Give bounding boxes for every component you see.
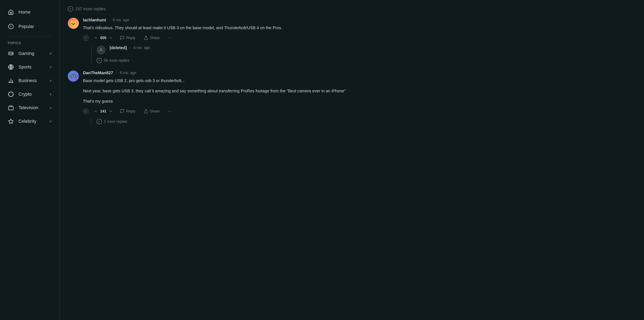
comment-text-dan-1: Base model gets USB 2, pro gets usb 3 or…: [83, 77, 355, 104]
nested-more-replies-deleted[interactable]: + 56 more replies: [96, 58, 355, 63]
television-label: Television: [18, 105, 45, 110]
comment-para-1: Base model gets USB 2, pro gets usb 3 or…: [83, 77, 355, 84]
comment-dantheman827-actions: 141 Reply: [83, 108, 355, 115]
svg-line-22: [12, 92, 13, 93]
home-icon: [8, 9, 14, 16]
nested-more-replies-text-deleted: 56 more replies: [104, 58, 130, 63]
comment-lachlanhunt-content: lachlanhunt · 6 mo. ago That's ridiculou…: [83, 18, 355, 63]
dan-more-replies-text: 2 more replies: [104, 119, 127, 124]
svg-point-7: [12, 54, 12, 54]
deleted-comment-meta: [deleted] · 6 mo. ago: [110, 46, 355, 50]
svg-marker-24: [8, 119, 13, 123]
comment-author-dantheman827[interactable]: DanTheMan827: [83, 71, 113, 75]
share-icon-lachlanhunt: [144, 36, 148, 40]
comment-para-3: That's my guess: [83, 98, 355, 104]
vote-section-lachlanhunt: 605: [93, 35, 114, 41]
sidebar-home-label: Home: [18, 10, 30, 15]
reply-label-dantheman827: Reply: [126, 109, 136, 113]
sidebar-item-business[interactable]: Business ∨: [0, 74, 59, 87]
reply-button-lachlanhunt[interactable]: Reply: [118, 34, 138, 41]
comment-dantheman827-meta: DanTheMan827 · 6 mo. ago: [83, 71, 355, 75]
share-label-lachlanhunt: Share: [150, 36, 160, 40]
celebrity-chevron: ∨: [49, 119, 52, 124]
television-icon: [8, 104, 14, 111]
comment-time-lachlanhunt: 6 mo. ago: [113, 18, 129, 22]
comment-text-lachlanhunt: That's ridiculous. They should at least …: [83, 25, 355, 31]
crypto-chevron: ∨: [49, 92, 52, 96]
crypto-icon: [8, 91, 14, 98]
svg-line-21: [9, 96, 10, 96]
downvote-dantheman827[interactable]: [108, 108, 114, 114]
comment-dantheman827: 🎮 DanTheMan827 · 6 mo. ago Base model ge…: [68, 71, 355, 124]
comment-lachlanhunt-actions: 605 Reply: [83, 34, 355, 41]
deleted-comment-content: [deleted] · 6 mo. ago: [110, 46, 355, 55]
dan-more-replies[interactable]: + 2 more replies: [96, 119, 355, 124]
comments-area: + 157 more replies 🐱 lachlanhunt · 6 mo.…: [68, 0, 355, 136]
sidebar-item-home[interactable]: Home: [0, 5, 59, 19]
comment-dot-2: ·: [116, 71, 117, 75]
reply-icon-lachlanhunt: [120, 36, 124, 40]
sidebar-item-crypto[interactable]: Crypto ∨: [0, 87, 59, 101]
share-icon-dantheman827: [144, 109, 148, 113]
nested-more-replies-circle-deleted: +: [96, 58, 102, 63]
comment-lachlanhunt: 🐱 lachlanhunt · 6 mo. ago That's ridicul…: [68, 18, 355, 63]
sports-chevron: ∨: [49, 65, 52, 69]
sports-label: Sports: [18, 64, 45, 70]
sidebar-item-television[interactable]: Television ∨: [0, 101, 59, 114]
top-more-replies-text: 157 more replies: [75, 7, 106, 11]
deleted-comment-block: [deleted] · 6 mo. ago: [96, 46, 355, 55]
downvote-lachlanhunt[interactable]: [108, 35, 114, 41]
sidebar-item-gaming[interactable]: Gaming ∨: [0, 47, 59, 60]
sports-icon: [8, 64, 14, 71]
collapse-button-lachlanhunt[interactable]: [83, 35, 89, 41]
share-button-lachlanhunt[interactable]: Share: [142, 34, 162, 41]
comment-dot-1: ·: [109, 18, 110, 22]
avatar-lachlanhunt: 🐱: [68, 18, 79, 29]
svg-rect-23: [8, 106, 13, 110]
comment-time-deleted: 6 mo. ago: [134, 46, 150, 50]
sidebar-popular-label: Popular: [18, 24, 34, 29]
business-label: Business: [18, 78, 45, 83]
more-options-lachlanhunt[interactable]: ···: [166, 34, 173, 41]
upvote-lachlanhunt[interactable]: [93, 35, 98, 41]
sidebar-item-sports[interactable]: Sports ∨: [0, 60, 59, 74]
more-options-dantheman827[interactable]: ···: [166, 108, 173, 115]
comment-author-lachlanhunt[interactable]: lachlanhunt: [83, 18, 106, 23]
comment-dot-deleted: ·: [130, 46, 130, 50]
comment-dantheman827-content: DanTheMan827 · 6 mo. ago Base model gets…: [83, 71, 355, 124]
svg-line-17: [9, 92, 10, 93]
reply-label-lachlanhunt: Reply: [126, 36, 136, 40]
vote-count-lachlanhunt: 605: [100, 36, 106, 40]
topics-section-label: TOPICS: [0, 39, 59, 47]
television-chevron: ∨: [49, 105, 52, 110]
comment-time-dantheman827: 6 mo. ago: [120, 71, 136, 75]
gaming-label: Gaming: [18, 51, 45, 56]
avatar-deleted: [96, 46, 106, 55]
collapse-button-dantheman827[interactable]: [83, 108, 89, 114]
comment-para-2: Next year, base gets USB 3, they call it…: [83, 88, 355, 94]
celebrity-label: Celebrity: [18, 119, 45, 124]
dan-more-replies-circle: +: [96, 119, 102, 124]
svg-point-28: [100, 48, 102, 50]
sidebar-item-popular[interactable]: Popular: [0, 19, 59, 34]
gamepad-icon: [8, 50, 14, 57]
svg-line-18: [12, 96, 13, 96]
sidebar: Home Popular TOPICS Gaming ∨: [0, 0, 60, 320]
share-button-dantheman827[interactable]: Share: [142, 108, 162, 115]
comment-author-deleted: [deleted]: [110, 46, 127, 50]
comment-lachlanhunt-meta: lachlanhunt · 6 mo. ago: [83, 18, 355, 23]
nested-more-replies-dan: + 2 more replies: [91, 119, 355, 124]
sidebar-item-celebrity[interactable]: Celebrity ∨: [0, 114, 59, 128]
upvote-dantheman827[interactable]: [93, 108, 98, 114]
gaming-chevron: ∨: [49, 51, 52, 56]
celebrity-icon: [8, 118, 14, 125]
business-icon: [8, 77, 14, 84]
top-more-replies[interactable]: + 157 more replies: [68, 4, 355, 18]
nested-comment-deleted: [deleted] · 6 mo. ago + 56 more replies: [91, 46, 355, 63]
top-more-replies-circle: +: [68, 6, 73, 12]
main-content: + 157 more replies 🐱 lachlanhunt · 6 mo.…: [60, 0, 644, 320]
business-chevron: ∨: [49, 78, 52, 83]
reply-button-dantheman827[interactable]: Reply: [118, 108, 138, 115]
trending-icon: [8, 23, 14, 30]
crypto-label: Crypto: [18, 91, 45, 97]
